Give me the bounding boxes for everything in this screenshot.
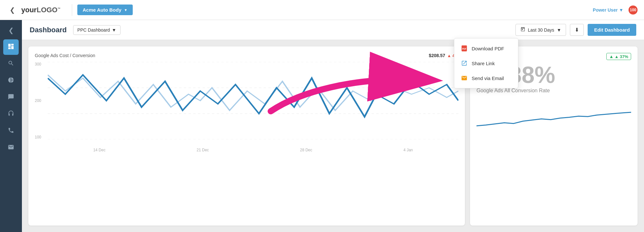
y-label-100: 100: [35, 135, 41, 139]
card1-title: Google Ads Cost / Conversion: [35, 53, 95, 58]
x-axis-labels: 14 Dec 21 Dec 28 Dec 4 Jan: [48, 148, 458, 152]
send-email-icon: [461, 75, 468, 82]
download-pdf-label: Download PDF: [472, 46, 504, 51]
dashboard-selector-button[interactable]: PPC Dashboard ▼: [73, 25, 120, 35]
svg-text:PDF: PDF: [462, 48, 466, 50]
main-layout: ❮: [0, 20, 644, 232]
send-email-item[interactable]: Send via Email: [454, 71, 518, 86]
x-label-dec21: 21 Dec: [197, 148, 209, 152]
chart-svg-wrapper: [48, 62, 458, 139]
sidebar-item-reports[interactable]: [3, 73, 19, 88]
card1-header: Google Ads Cost / Conversion $208.57 ▲ 4…: [35, 53, 458, 58]
sidebar-item-calls[interactable]: [3, 123, 19, 139]
sidebar-item-dashboard[interactable]: [3, 39, 19, 55]
dashboard-chevron-icon: ▼: [112, 27, 116, 33]
notification-badge[interactable]: 100: [629, 5, 638, 15]
logo-area: yourLOGO™: [21, 6, 60, 14]
toolbar: Dashboard PPC Dashboard ▼ Last 30 Days ▼…: [22, 20, 644, 40]
sidebar-item-search[interactable]: [3, 56, 19, 72]
x-label-jan4: 4 Jan: [403, 148, 413, 152]
pie-chart-icon: [8, 77, 14, 85]
search-icon: [8, 60, 14, 68]
client-name: Acme Auto Body: [82, 7, 121, 13]
x-label-dec28: 28 Dec: [300, 148, 312, 152]
chevron-left-icon: ❮: [8, 26, 14, 34]
main-content: Dashboard PPC Dashboard ▼ Last 30 Days ▼…: [22, 20, 644, 232]
sparkline: [476, 99, 631, 137]
headset-icon: [8, 110, 14, 118]
line-chart-svg: [48, 62, 458, 139]
nav-right: Power User ▼ 100: [593, 5, 638, 15]
download-icon: ⬇: [575, 27, 579, 33]
cost-conversion-card: Google Ads Cost / Conversion $208.57 ▲ 4…: [28, 46, 465, 226]
share-link-icon: [461, 60, 468, 67]
dashboard-icon: [7, 43, 14, 52]
date-range-button[interactable]: Last 30 Days ▼: [515, 24, 566, 36]
phone-icon: [8, 127, 14, 135]
card1-value: $208.57: [429, 53, 445, 58]
nav-divider: [72, 4, 72, 16]
download-button[interactable]: ⬇: [570, 24, 584, 36]
nav-toggle[interactable]: ❮: [6, 4, 18, 16]
chat-icon: [8, 94, 14, 102]
dashboard-area: Google Ads Cost / Conversion $208.57 ▲ 4…: [22, 40, 644, 232]
download-pdf-item[interactable]: PDF Download PDF: [454, 41, 518, 56]
power-user-menu[interactable]: Power User ▼: [593, 7, 623, 13]
pdf-icon: PDF: [461, 45, 468, 52]
share-link-item[interactable]: Share Link: [454, 56, 518, 71]
page-title: Dashboard: [30, 26, 67, 34]
y-label-200: 200: [35, 98, 41, 103]
email-icon: [8, 144, 14, 152]
calendar-icon: [520, 27, 525, 33]
download-dropdown-menu: PDF Download PDF Share Link: [454, 38, 518, 88]
sidebar-item-email[interactable]: [3, 140, 19, 156]
date-chevron-icon: ▼: [557, 27, 561, 33]
send-email-label: Send via Email: [472, 76, 504, 81]
x-label-dec14: 14 Dec: [93, 148, 105, 152]
sparkline-svg: [476, 99, 631, 137]
sidebar-item-toggle[interactable]: ❮: [3, 23, 19, 38]
edit-dashboard-button[interactable]: Edit Dashboard: [588, 24, 636, 36]
client-chevron: ▼: [124, 8, 128, 12]
sidebar: ❮: [0, 20, 22, 232]
conversion-rate-badge: ▲ ▲ 37%: [606, 53, 631, 60]
sidebar-item-listening[interactable]: [3, 106, 19, 122]
y-label-300: 300: [35, 62, 41, 66]
client-selector-button[interactable]: Acme Auto Body ▼: [77, 5, 132, 15]
share-link-label: Share Link: [472, 61, 495, 66]
y-axis-labels: 300 200 100: [35, 62, 41, 139]
logo: yourLOGO™: [21, 6, 60, 14]
top-nav: ❮ yourLOGO™ Acme Auto Body ▼ Power User …: [0, 0, 644, 20]
sidebar-item-chat[interactable]: [3, 90, 19, 105]
card1-chart: 300 200 100: [35, 62, 458, 152]
conversion-rate-subtitle: Google Ads All Conversion Rate: [476, 88, 631, 94]
